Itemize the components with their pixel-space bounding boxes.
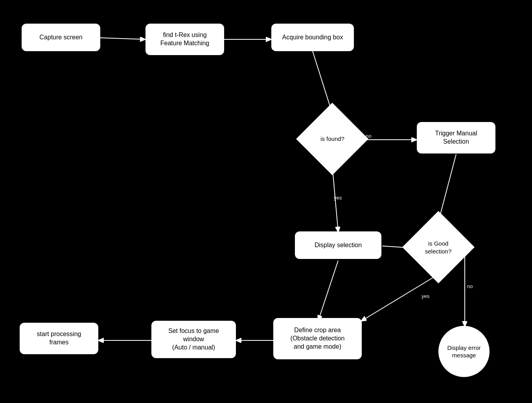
trigger-manual-node: Trigger ManualSelection [417, 122, 495, 153]
define-crop-label: Define crop area(Obstacle detectionand g… [291, 326, 345, 351]
svg-line-3 [313, 51, 332, 113]
svg-line-1 [100, 38, 145, 39]
yes-label-found: yes [334, 195, 342, 201]
capture-screen-label: Capture screen [39, 33, 82, 42]
display-selection-label: Display selection [315, 241, 362, 250]
is-good-selection-diamond: is Goodselection? [402, 211, 475, 283]
display-selection-node: Display selection [295, 231, 381, 259]
no-label-good: no [467, 283, 473, 289]
set-focus-label: Set focus to gamewindow(Auto / manual) [168, 327, 219, 351]
capture-screen-node: Capture screen [22, 24, 100, 51]
start-processing-node: start processingframes [20, 323, 98, 354]
display-error-label: Display errormessage [447, 344, 480, 359]
is-found-diamond: is found? [296, 103, 368, 175]
is-good-selection-label: is Goodselection? [423, 237, 454, 257]
find-trex-node: find t-Rex usingFeature Matching [145, 24, 224, 55]
set-focus-node: Set focus to gamewindow(Auto / manual) [151, 321, 236, 358]
display-error-node: Display errormessage [438, 326, 490, 377]
acquire-bbox-label: Acquire bounding box [282, 33, 343, 42]
yes-label-good: yes [422, 293, 429, 299]
find-trex-label: find t-Rex usingFeature Matching [160, 31, 210, 48]
is-found-label: is found? [318, 133, 346, 145]
svg-line-6 [438, 154, 456, 222]
trigger-manual-label: Trigger ManualSelection [435, 129, 477, 146]
flowchart: no yes yes no Capture screen find t-Rex … [0, 0, 532, 403]
define-crop-node: Define crop area(Obstacle detectionand g… [273, 318, 362, 359]
acquire-bbox-node: Acquire bounding box [271, 24, 354, 51]
start-processing-label: start processingframes [37, 330, 81, 347]
svg-line-10 [318, 261, 338, 320]
